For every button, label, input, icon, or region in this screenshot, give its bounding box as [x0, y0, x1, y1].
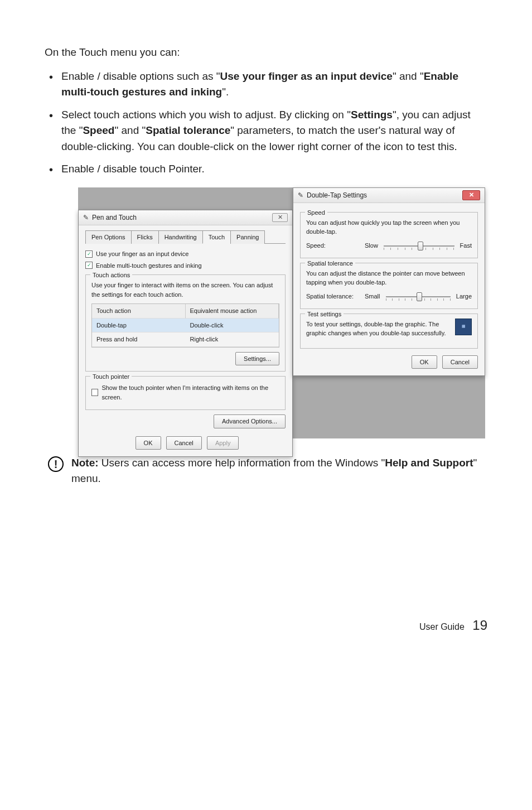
group-desc: Use your finger to interact with items o… — [91, 281, 279, 299]
titlebar: Pen and Touch ✕ — [79, 210, 292, 225]
spatial-slider[interactable] — [386, 292, 451, 302]
ok-button[interactable]: OK — [412, 355, 437, 369]
bold-text: Speed — [83, 124, 114, 136]
bold-text: Spatial tolerance — [146, 124, 230, 136]
slider-label: Spatial tolerance: — [306, 292, 359, 301]
note-text: Users can access more help information f… — [99, 457, 385, 469]
note-lead: Note: — [71, 457, 99, 469]
checkbox-multi-touch[interactable]: ✓ Enable multi-touch gestures and inking — [85, 261, 286, 271]
group-test-settings: Test settings To test your settings, dou… — [300, 314, 478, 349]
group-desc: You can adjust the distance the pointer … — [306, 269, 472, 287]
group-desc: You can adjust how quickly you tap the s… — [306, 218, 472, 237]
window-title: Pen and Touch — [92, 213, 137, 223]
slider-label: Speed: — [306, 241, 359, 250]
close-icon[interactable]: ✕ — [462, 190, 480, 200]
text: Enable / disable options such as " — [61, 70, 220, 82]
note-block: ! Note: Users can access more help infor… — [45, 455, 487, 487]
group-spatial-tolerance: Spatial tolerance You can adjust the dis… — [300, 263, 478, 309]
note-bold: Help and Support — [385, 457, 473, 469]
checkbox-icon: ✓ — [85, 250, 93, 258]
checkbox-use-finger[interactable]: ✓ Use your finger as an input device — [85, 249, 286, 259]
text: Select touch actions which you wish to a… — [61, 109, 351, 120]
bold-text: Settings — [351, 109, 393, 120]
cancel-button[interactable]: Cancel — [166, 436, 202, 450]
intro-text: On the Touch menu you can: — [45, 45, 487, 61]
slider-thumb-icon — [417, 292, 422, 301]
tab-pen-options[interactable]: Pen Options — [85, 230, 132, 244]
text: " and " — [393, 70, 424, 82]
tab-handwriting[interactable]: Handwriting — [158, 230, 203, 244]
slider-min: Slow — [365, 241, 378, 250]
checkbox-label: Show the touch pointer when I'm interact… — [101, 383, 279, 402]
info-icon: ! — [48, 456, 64, 472]
tab-panning[interactable]: Panning — [230, 230, 265, 244]
pen-and-touch-dialog: Pen and Touch ✕ Pen Options Flicks Handw… — [78, 210, 293, 457]
titlebar: Double-Tap Settings ✕ — [293, 188, 485, 203]
page-number: 19 — [472, 618, 487, 633]
bullet-1: Enable / disable options such as "Use yo… — [61, 69, 487, 100]
slider-thumb-icon — [418, 242, 423, 250]
table-cell: Right-click — [186, 332, 279, 347]
test-target-icon[interactable]: ▦ — [455, 319, 472, 335]
table-row[interactable]: Double-tap Double-click — [92, 319, 279, 333]
bold-text: Use your finger as an input device — [220, 70, 393, 82]
advanced-options-button[interactable]: Advanced Options... — [214, 414, 286, 428]
bullet-3: Enable / disable touch Pointer. — [61, 161, 487, 177]
bullet-2: Select touch actions which you wish to a… — [61, 107, 487, 155]
group-title: Touch pointer — [90, 372, 132, 382]
ok-button[interactable]: OK — [136, 436, 161, 450]
tab-flicks[interactable]: Flicks — [131, 230, 159, 244]
group-desc: To test your settings, double-tap the gr… — [306, 320, 449, 338]
apply-button[interactable]: Apply — [207, 436, 239, 450]
tab-touch[interactable]: Touch — [202, 230, 231, 244]
slider-min: Small — [365, 292, 380, 301]
cancel-button[interactable]: Cancel — [442, 355, 478, 369]
speed-slider[interactable] — [384, 241, 454, 251]
slider-max: Large — [456, 292, 472, 301]
pen-icon — [298, 190, 303, 200]
table-cell: Double-click — [186, 319, 279, 333]
group-title: Speed — [305, 208, 327, 218]
checkbox-label: Enable multi-touch gestures and inking — [96, 261, 202, 271]
table-row[interactable]: Press and hold Right-click — [92, 332, 279, 347]
window-title: Double-Tap Settings — [307, 190, 367, 200]
settings-button[interactable]: Settings... — [235, 352, 279, 366]
checkbox-icon: ✓ — [85, 262, 93, 269]
checkbox-icon — [91, 389, 98, 396]
pen-icon — [83, 213, 89, 223]
text: ". — [222, 86, 229, 98]
col-header: Equivalent mouse action — [186, 304, 279, 319]
group-touch-actions: Touch actions Use your finger to interac… — [85, 274, 286, 372]
group-touch-pointer: Touch pointer Show the touch pointer whe… — [85, 376, 286, 410]
group-title: Spatial tolerance — [305, 259, 355, 268]
group-title: Test settings — [305, 310, 344, 319]
group-title: Touch actions — [90, 271, 132, 280]
checkbox-label: Use your finger as an input device — [96, 249, 188, 259]
col-header: Touch action — [92, 304, 186, 319]
group-speed: Speed You can adjust how quickly you tap… — [300, 212, 478, 258]
page-footer: User Guide 19 — [45, 615, 487, 635]
touch-actions-table: Touch action Equivalent mouse action Dou… — [91, 303, 279, 348]
bullet-list: Enable / disable options such as "Use yo… — [45, 69, 487, 177]
slider-max: Fast — [460, 241, 472, 250]
footer-label: User Guide — [419, 622, 465, 631]
tab-strip: Pen Options Flicks Handwriting Touch Pan… — [85, 230, 286, 244]
double-tap-settings-dialog: Double-Tap Settings ✕ Speed You can adju… — [293, 187, 485, 377]
text: " and " — [114, 124, 146, 136]
checkbox-touch-pointer[interactable]: Show the touch pointer when I'm interact… — [91, 383, 279, 402]
screenshot-area: Pen and Touch ✕ Pen Options Flicks Handw… — [78, 187, 485, 438]
close-icon[interactable]: ✕ — [272, 213, 288, 222]
table-cell: Double-tap — [92, 319, 186, 333]
table-cell: Press and hold — [92, 332, 186, 347]
